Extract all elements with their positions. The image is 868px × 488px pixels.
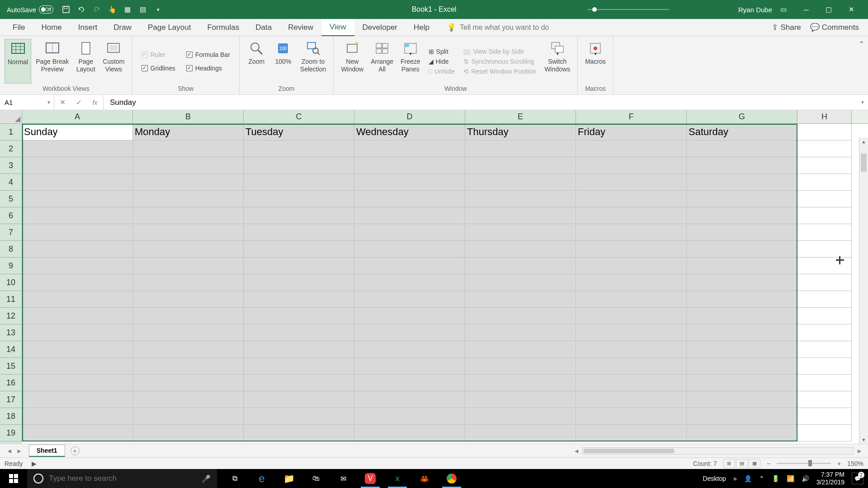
cell[interactable] (465, 425, 576, 441)
expand-formula-bar-icon[interactable]: ▼ (857, 100, 868, 105)
cell[interactable] (244, 425, 354, 441)
store-icon[interactable]: 🛍 (303, 469, 329, 488)
cell[interactable] (687, 408, 797, 425)
cell[interactable] (687, 341, 797, 358)
cell[interactable] (354, 308, 465, 324)
wifi-icon[interactable]: 📶 (787, 475, 794, 482)
task-view-icon[interactable]: ⧉ (222, 469, 248, 488)
cell[interactable] (576, 308, 687, 324)
cell[interactable] (354, 408, 465, 425)
zoom-100-button[interactable]: 100100% (271, 39, 296, 84)
cell[interactable] (133, 274, 244, 291)
edge-icon[interactable]: e (249, 469, 275, 488)
zoom-to-selection-button[interactable]: Zoom to Selection (297, 39, 329, 84)
title-slider[interactable] (588, 9, 669, 10)
excel-app-icon[interactable]: x (384, 469, 410, 488)
mail-icon[interactable]: ✉ (330, 469, 356, 488)
column-header-g[interactable]: G (687, 110, 797, 123)
cell[interactable] (797, 241, 852, 258)
pivot-icon[interactable]: ▤ (138, 5, 147, 14)
hscroll-right-icon[interactable]: ► (856, 447, 863, 455)
share-button[interactable]: ⇪Share (772, 23, 801, 32)
taskbar-search[interactable]: 🎤 (27, 469, 217, 488)
cell[interactable] (687, 308, 797, 324)
cell[interactable]: Monday (133, 124, 244, 141)
macros-button[interactable]: ▾Macros (582, 39, 609, 84)
cell[interactable] (576, 141, 687, 157)
cell[interactable] (465, 174, 576, 191)
new-window-button[interactable]: +New Window (338, 39, 366, 84)
cell[interactable] (576, 174, 687, 191)
cell[interactable] (687, 258, 797, 274)
cell[interactable]: Saturday (687, 124, 797, 141)
username[interactable]: Ryan Dube (738, 6, 772, 14)
cell[interactable] (687, 324, 797, 341)
insert-function-icon[interactable]: fx (87, 95, 103, 110)
cell[interactable] (797, 174, 852, 191)
row-header[interactable]: 7 (0, 224, 22, 241)
cancel-formula-icon[interactable]: ✕ (54, 95, 71, 110)
tab-page-layout[interactable]: Page Layout (140, 19, 199, 36)
cell[interactable] (22, 425, 133, 441)
row-header[interactable]: 8 (0, 241, 22, 258)
desktop-label[interactable]: Desktop (703, 475, 726, 482)
select-all-button[interactable] (0, 110, 22, 123)
cell[interactable] (22, 291, 133, 308)
column-header-a[interactable]: A (22, 110, 133, 123)
cell[interactable] (244, 174, 354, 191)
cell[interactable] (133, 324, 244, 341)
cell[interactable] (22, 408, 133, 425)
cell[interactable] (687, 241, 797, 258)
cell[interactable] (22, 274, 133, 291)
cell[interactable] (797, 124, 852, 141)
cell[interactable] (797, 141, 852, 157)
row-header[interactable]: 14 (0, 341, 22, 358)
cell[interactable] (133, 291, 244, 308)
cell[interactable] (576, 391, 687, 408)
cell[interactable] (133, 174, 244, 191)
cell[interactable] (576, 241, 687, 258)
cell[interactable] (687, 291, 797, 308)
cell[interactable] (354, 341, 465, 358)
cell[interactable]: Wednesday (354, 124, 465, 141)
tab-review[interactable]: Review (280, 19, 321, 36)
zoom-level[interactable]: 150% (847, 460, 863, 467)
cell[interactable] (354, 174, 465, 191)
sheet-nav-next-icon[interactable]: ► (16, 447, 23, 455)
tab-help[interactable]: Help (406, 19, 438, 36)
cell[interactable] (465, 391, 576, 408)
gridlines-checkbox[interactable]: ✓Gridlines (142, 65, 175, 72)
add-sheet-button[interactable]: + (71, 446, 80, 455)
cell[interactable]: Tuesday (244, 124, 354, 141)
cell[interactable] (22, 174, 133, 191)
mic-icon[interactable]: 🎤 (202, 474, 211, 483)
cell[interactable] (354, 241, 465, 258)
row-header[interactable]: 12 (0, 308, 22, 324)
row-header[interactable]: 17 (0, 391, 22, 408)
cell[interactable] (576, 358, 687, 375)
cell[interactable] (244, 324, 354, 341)
cell[interactable] (244, 258, 354, 274)
normal-view-icon[interactable]: ⊞ (723, 459, 735, 468)
show-hidden-icon[interactable]: » (733, 475, 737, 482)
cell[interactable] (22, 308, 133, 324)
cell[interactable] (687, 391, 797, 408)
cell[interactable] (576, 425, 687, 441)
page-break-icon[interactable]: ▦ (749, 459, 760, 468)
macro-record-icon[interactable]: ▶ (32, 460, 37, 467)
cell[interactable] (354, 391, 465, 408)
cell[interactable] (133, 258, 244, 274)
headings-checkbox[interactable]: ✓Headings (186, 65, 230, 72)
cell[interactable] (465, 408, 576, 425)
cell[interactable] (22, 258, 133, 274)
cell[interactable] (687, 358, 797, 375)
cell[interactable] (244, 341, 354, 358)
row-header[interactable]: 16 (0, 375, 22, 391)
cell[interactable] (244, 358, 354, 375)
cell[interactable] (576, 207, 687, 224)
cell[interactable] (465, 308, 576, 324)
cell[interactable] (244, 408, 354, 425)
zoom-out-button[interactable]: − (767, 460, 770, 467)
arrange-all-button[interactable]: Arrange All (368, 39, 396, 84)
tab-data[interactable]: Data (247, 19, 280, 36)
